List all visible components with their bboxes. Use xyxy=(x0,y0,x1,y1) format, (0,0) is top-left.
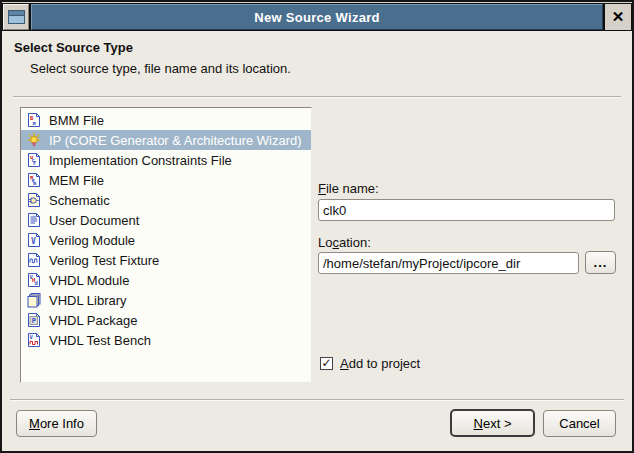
list-item[interactable]: ucFImplementation Constraints File xyxy=(21,150,311,170)
list-item-label: User Document xyxy=(49,213,139,228)
titlebar-panel: New Source Wizard xyxy=(31,4,603,30)
list-item-label: IP (CORE Generator & Architecture Wizard… xyxy=(49,133,302,148)
window-icon xyxy=(8,10,25,24)
svg-text:V: V xyxy=(31,237,36,246)
verilog-test-fixture-icon xyxy=(26,252,42,268)
vhdl-library-icon xyxy=(26,292,42,308)
list-item[interactable]: IP (CORE Generator & Architecture Wizard… xyxy=(21,130,311,150)
list-item-label: BMM File xyxy=(49,113,104,128)
titlebar: New Source Wizard ✕ xyxy=(2,3,632,31)
close-icon[interactable]: ✕ xyxy=(605,4,631,30)
list-item-label: Implementation Constraints File xyxy=(49,153,232,168)
list-item-label: Schematic xyxy=(49,193,110,208)
ucf-file-icon: ucF xyxy=(26,152,42,168)
more-info-button[interactable]: More Info xyxy=(16,410,97,437)
ip-wizard-icon xyxy=(26,132,42,148)
window-title: New Source Wizard xyxy=(254,10,380,25)
list-item[interactable]: BmBMM File xyxy=(21,110,311,130)
svg-text:d: d xyxy=(35,280,38,286)
add-to-project-row[interactable]: ✓ Add to project xyxy=(320,356,420,371)
window-menu-button[interactable] xyxy=(3,4,29,30)
list-item-label: VHDL Library xyxy=(49,293,127,308)
page-title: Select Source Type xyxy=(14,40,133,55)
file-name-input[interactable] xyxy=(318,199,615,221)
list-item-label: MEM File xyxy=(49,173,104,188)
list-item-label: VHDL Test Bench xyxy=(49,333,151,348)
list-item[interactable]: VVerilog Module xyxy=(21,230,311,250)
list-item[interactable]: User Document xyxy=(21,210,311,230)
cancel-button[interactable]: Cancel xyxy=(543,410,616,437)
svg-text:P: P xyxy=(32,317,36,325)
list-item[interactable]: memMEM File xyxy=(21,170,311,190)
file-name-label: File name: xyxy=(318,181,379,196)
source-type-list: BmBMM FileIP (CORE Generator & Architect… xyxy=(20,107,312,383)
vhdl-package-icon: P xyxy=(26,312,42,328)
list-item[interactable]: Verilog Test Fixture xyxy=(21,250,311,270)
list-item[interactable]: VHDL Library xyxy=(21,290,311,310)
new-source-wizard-dialog: New Source Wizard ✕ Select Source Type S… xyxy=(0,0,634,453)
bmm-file-icon: Bm xyxy=(26,112,42,128)
browse-button[interactable]: ... xyxy=(585,251,616,274)
vhdl-test-bench-icon: V xyxy=(26,332,42,348)
list-item[interactable]: VVHDL Test Bench xyxy=(21,330,311,350)
list-item-label: VHDL Package xyxy=(49,313,137,328)
list-item[interactable]: Schematic xyxy=(21,190,311,210)
add-to-project-checkbox[interactable]: ✓ xyxy=(320,357,333,370)
list-item[interactable]: PVHDL Package xyxy=(21,310,311,330)
schematic-icon xyxy=(26,192,42,208)
user-document-icon xyxy=(26,212,42,228)
list-item-label: Verilog Test Fixture xyxy=(49,253,159,268)
list-item[interactable]: VHdVHDL Module xyxy=(21,270,311,290)
list-item-label: Verilog Module xyxy=(49,233,135,248)
verilog-module-icon: V xyxy=(26,232,42,248)
footer-separator xyxy=(10,399,624,401)
location-input[interactable] xyxy=(318,252,579,274)
add-to-project-label: Add to project xyxy=(340,356,420,371)
vhdl-module-icon: VHd xyxy=(26,272,42,288)
page-subtitle: Select source type, file name and its lo… xyxy=(30,61,291,76)
next-button[interactable]: Next > xyxy=(450,409,535,437)
mem-file-icon: mem xyxy=(26,172,42,188)
list-item-label: VHDL Module xyxy=(49,273,129,288)
svg-text:F: F xyxy=(33,160,36,166)
location-label: Location: xyxy=(318,235,371,250)
header-separator xyxy=(13,96,621,98)
